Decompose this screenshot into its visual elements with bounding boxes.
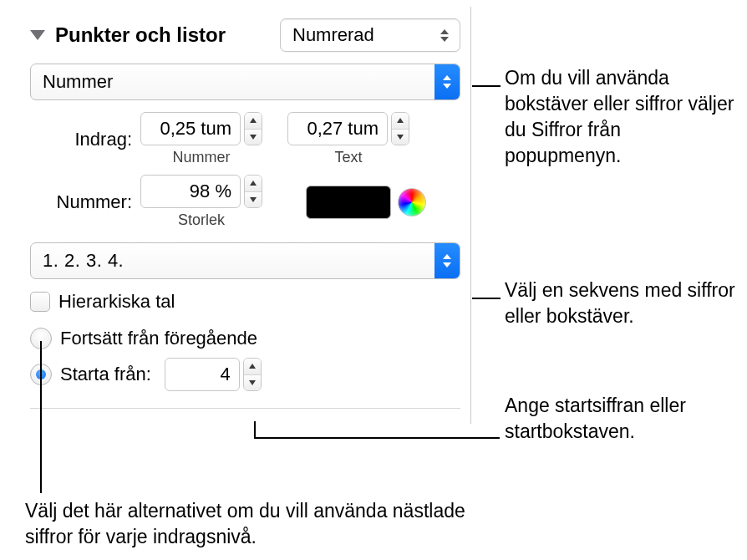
popup-handle-icon <box>434 243 460 278</box>
start-from-stepper[interactable] <box>243 358 262 391</box>
chevron-down-icon[interactable] <box>244 375 261 391</box>
section-title: Punkter och listor <box>55 23 226 47</box>
chevron-down-icon[interactable] <box>245 130 262 145</box>
number-size-sublabel: Storlek <box>178 211 225 229</box>
list-style-popup-value: Numrerad <box>292 24 374 46</box>
color-wheel-icon[interactable] <box>398 188 426 216</box>
updown-caret-icon <box>438 29 451 42</box>
number-type-popup[interactable]: Nummer <box>30 64 460 100</box>
popup-handle-icon <box>434 64 460 99</box>
formatting-panel: Punkter och listor Numrerad Nummer Indra… <box>18 7 471 424</box>
number-size-input[interactable] <box>140 175 241 208</box>
number-size-stepper[interactable] <box>244 175 262 208</box>
indent-number-sublabel: Nummer <box>172 149 230 166</box>
callout-line <box>472 85 501 87</box>
chevron-up-icon[interactable] <box>245 113 262 130</box>
start-from-input[interactable] <box>165 358 240 391</box>
annotation-4: Välj det här alternativet om du vill anv… <box>25 498 476 550</box>
callout-line <box>472 298 501 299</box>
hierarchical-checkbox-row: Hierarkiska tal <box>30 291 460 313</box>
section-header-row: Punkter och listor Numrerad <box>30 18 460 52</box>
continue-label: Fortsätt från föregående <box>60 328 257 349</box>
start-from-radio-row: Starta från: <box>30 358 460 391</box>
continue-radio-row: Fortsätt från föregående <box>30 328 460 349</box>
callout-line <box>254 421 256 438</box>
color-swatch[interactable] <box>306 186 391 219</box>
indent-text-sublabel: Text <box>334 149 362 166</box>
chevron-down-icon[interactable] <box>392 130 409 145</box>
number-size-row: Nummer: Storlek <box>38 175 460 229</box>
hierarchical-label: Hierarkiska tal <box>58 291 175 313</box>
number-size-label: Nummer: <box>38 191 132 213</box>
annotation-1: Om du vill använda bokstäver eller siffr… <box>505 65 739 169</box>
divider <box>30 408 460 409</box>
callout-line <box>254 437 500 439</box>
chevron-down-icon[interactable] <box>245 192 262 208</box>
chevron-up-icon[interactable] <box>392 113 409 130</box>
disclosure-triangle-icon[interactable] <box>30 30 45 40</box>
sequence-popup-value: 1. 2. 3. 4. <box>31 243 434 278</box>
indent-text-input[interactable] <box>287 112 388 145</box>
annotation-3: Ange startsiffran eller startbokstaven. <box>505 393 744 445</box>
hierarchical-checkbox[interactable] <box>30 292 50 312</box>
chevron-up-icon[interactable] <box>244 359 261 375</box>
indent-number-stepper[interactable] <box>244 112 262 145</box>
indent-text-stepper[interactable] <box>391 112 409 145</box>
annotation-2: Välj en sekvens med siffror eller bokstä… <box>505 277 744 329</box>
chevron-up-icon[interactable] <box>245 176 262 192</box>
list-style-popup[interactable]: Numrerad <box>280 18 460 52</box>
callout-line <box>40 341 42 493</box>
indent-row: Indrag: Nummer Text <box>58 112 460 166</box>
sequence-popup[interactable]: 1. 2. 3. 4. <box>30 242 460 279</box>
start-from-label: Starta från: <box>60 364 151 385</box>
number-type-popup-value: Nummer <box>31 64 434 99</box>
indent-label: Indrag: <box>58 129 132 150</box>
indent-number-input[interactable] <box>140 112 241 145</box>
